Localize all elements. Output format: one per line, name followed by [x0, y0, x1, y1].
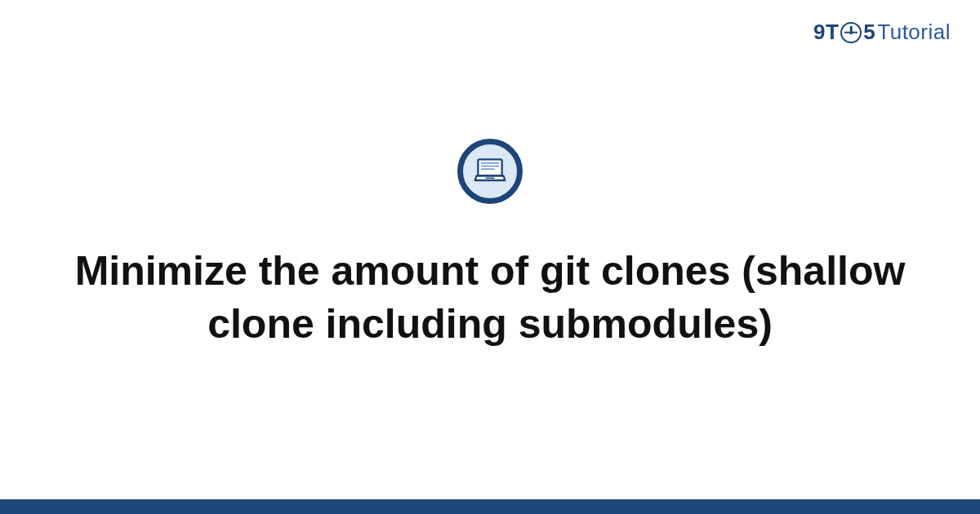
brand-word: Tutorial — [877, 20, 951, 45]
clock-icon — [840, 22, 862, 43]
brand-logo: 9T 5 Tutorial — [813, 20, 951, 45]
main-content: Minimize the amount of git clones (shall… — [0, 0, 980, 514]
brand-prefix: 9T — [813, 20, 839, 45]
svg-rect-0 — [478, 159, 501, 175]
brand-suffix: 5 — [863, 20, 875, 45]
footer-bar — [0, 499, 980, 514]
page-title: Minimize the amount of git clones (shall… — [74, 245, 906, 351]
laptop-icon — [457, 139, 523, 204]
